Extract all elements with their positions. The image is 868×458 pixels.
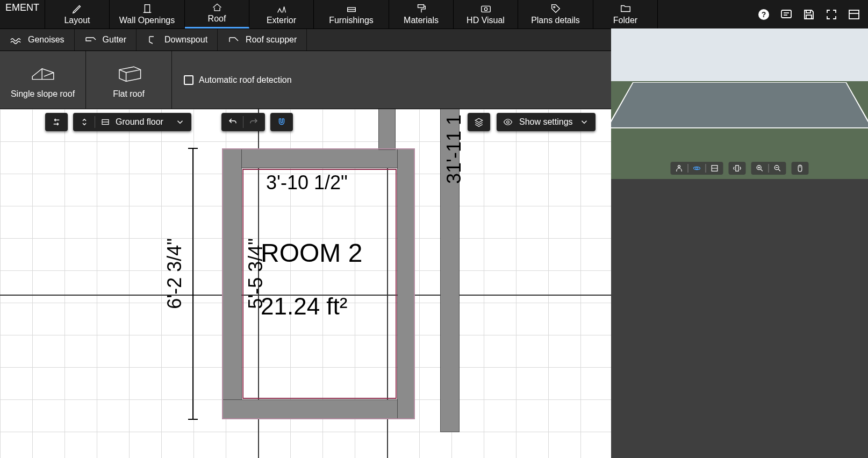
svg-rect-14: [849, 10, 859, 19]
camera-icon: [479, 3, 493, 15]
svg-point-20: [507, 121, 510, 124]
svg-line-32: [779, 169, 780, 171]
floor-selector[interactable]: Ground floor: [73, 113, 191, 131]
help-icon[interactable]: ?: [757, 8, 770, 21]
properties-panel: [611, 179, 868, 458]
scupper-icon: [227, 34, 240, 45]
tab-hd-visual-label: HD Visual: [467, 16, 505, 25]
undo-button[interactable]: [228, 117, 238, 127]
tag-icon: [549, 3, 563, 15]
undo-redo-group: [221, 113, 265, 131]
tool-roof-scupper[interactable]: Roof scupper: [218, 29, 307, 51]
svg-rect-0: [145, 5, 149, 13]
svg-rect-9: [781, 10, 791, 18]
preview-3d[interactable]: [611, 28, 868, 179]
fullscreen-icon[interactable]: [825, 8, 838, 21]
plan-canvas[interactable]: 3'-10 1/2" 6'-2 3/4" 5'-5 3/4" 31'-11 1 …: [0, 109, 611, 458]
main-tab-bar: EMENT Layout Wall Openings Roof Exterior…: [0, 0, 868, 28]
comment-icon[interactable]: [780, 8, 793, 21]
partial-header-text: EMENT: [0, 0, 45, 28]
magnet-icon: [277, 117, 286, 127]
room-name: ROOM 2: [261, 238, 362, 268]
tab-wall-openings-label: Wall Openings: [119, 16, 175, 25]
tab-plans-details[interactable]: Plans details: [518, 0, 593, 28]
roof-type-single-slope[interactable]: Single slope roof: [0, 51, 86, 109]
layers-button[interactable]: [468, 113, 490, 131]
svg-text:?: ?: [762, 10, 766, 19]
folder-icon: [619, 3, 633, 15]
floor-label: Ground floor: [116, 117, 163, 127]
roof-type-flat[interactable]: Flat roof: [86, 51, 172, 109]
tab-furnishings-label: Furnishings: [329, 16, 374, 25]
tool-genoises[interactable]: Genoises: [0, 29, 75, 51]
gutter-icon: [84, 34, 97, 45]
roof-type-flat-label: Flat roof: [113, 89, 145, 99]
eye-icon: [503, 117, 513, 127]
height-icon[interactable]: [733, 164, 742, 173]
checkbox-icon[interactable]: [184, 75, 193, 85]
sofa-icon: [345, 3, 358, 15]
top-right-icons: ?: [750, 0, 868, 28]
svg-line-28: [761, 169, 763, 171]
svg-rect-4: [481, 6, 490, 12]
roof-icon: [210, 2, 224, 13]
tab-wall-openings[interactable]: Wall Openings: [110, 0, 185, 28]
door-icon: [140, 3, 154, 15]
svg-point-5: [484, 8, 487, 11]
svg-point-21: [678, 166, 680, 168]
tab-materials-label: Materials: [404, 16, 439, 25]
tool-gutter[interactable]: Gutter: [75, 29, 137, 51]
single-slope-icon: [28, 61, 58, 84]
tool-downspout[interactable]: Downspout: [137, 29, 218, 51]
dim-left-outer: 6'-2 3/4": [163, 238, 186, 309]
svg-rect-3: [418, 5, 424, 8]
tool-gutter-label: Gutter: [103, 35, 126, 45]
tool-roof-scupper-label: Roof scupper: [246, 35, 297, 45]
tab-hd-visual[interactable]: HD Visual: [454, 0, 518, 28]
layers-icon: [474, 117, 484, 127]
zoom-out-icon[interactable]: [773, 164, 782, 173]
downspout-icon: [146, 34, 159, 45]
tab-furnishings[interactable]: Furnishings: [314, 0, 389, 28]
show-settings-button[interactable]: Show settings: [497, 113, 596, 131]
svg-rect-13: [806, 15, 812, 19]
tab-materials[interactable]: Materials: [389, 0, 454, 28]
tab-exterior-label: Exterior: [267, 16, 296, 25]
zoom-in-icon[interactable]: [756, 164, 764, 173]
swap-icon: [52, 117, 61, 127]
room-area: 21.24 ft²: [261, 293, 347, 320]
svg-rect-12: [806, 10, 810, 13]
plan-icon[interactable]: [711, 164, 719, 173]
floor-icon: [101, 117, 110, 127]
swap-view-button[interactable]: [45, 113, 68, 131]
roller-icon: [414, 3, 428, 15]
panel-icon[interactable]: [848, 8, 860, 21]
chevron-down-icon: [175, 117, 185, 127]
svg-point-22: [696, 167, 698, 169]
undo-icon: [228, 117, 238, 127]
tab-folder-label: Folder: [613, 16, 637, 25]
auto-roof-label: Automatic roof detection: [199, 75, 292, 85]
save-icon[interactable]: [802, 8, 815, 21]
tab-roof[interactable]: Roof: [185, 0, 249, 28]
tab-folder[interactable]: Folder: [593, 0, 658, 28]
show-settings-label: Show settings: [519, 117, 573, 127]
tab-layout[interactable]: Layout: [45, 0, 110, 28]
pencil-icon: [70, 3, 84, 15]
redo-button[interactable]: [249, 117, 259, 127]
dim-right: 31'-11 1: [443, 114, 465, 184]
exterior-icon: [275, 3, 289, 15]
tab-roof-label: Roof: [208, 14, 226, 24]
person-icon[interactable]: [675, 164, 684, 173]
orbit-icon[interactable]: [693, 164, 701, 173]
snap-button[interactable]: [270, 113, 293, 131]
auto-roof-detection[interactable]: Automatic roof detection: [184, 75, 292, 85]
tool-genoises-label: Genoises: [28, 35, 64, 45]
genoises-icon: [10, 34, 23, 45]
tab-exterior[interactable]: Exterior: [249, 0, 314, 28]
mouse-icon[interactable]: [796, 164, 805, 173]
svg-rect-26: [736, 166, 738, 171]
flat-roof-icon: [114, 61, 144, 84]
svg-point-6: [553, 6, 555, 8]
roof-type-single-slope-label: Single slope roof: [11, 89, 75, 99]
